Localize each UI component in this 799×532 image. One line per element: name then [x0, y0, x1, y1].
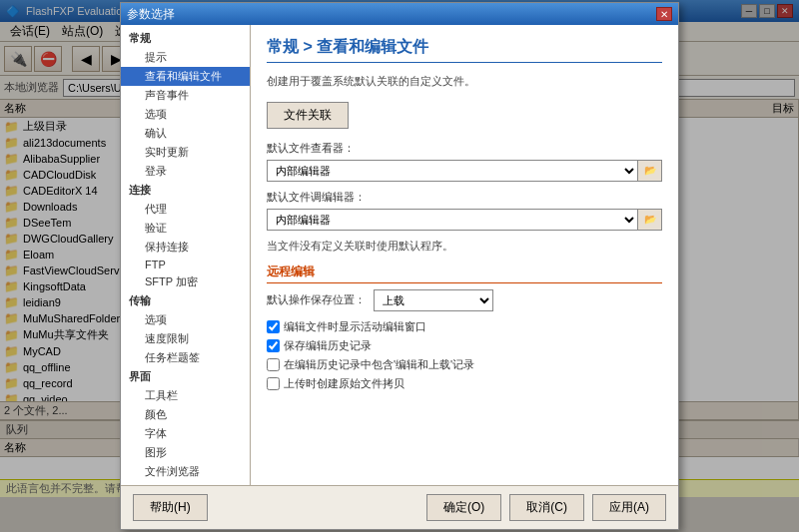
- tree-item-colors[interactable]: 颜色: [121, 405, 250, 424]
- checkbox-row-1: 编辑文件时显示活动编辑窗口: [267, 319, 662, 334]
- editor-browse-btn[interactable]: 📂: [638, 209, 662, 231]
- viewer-row: 内部编辑器 📂: [267, 160, 662, 182]
- remote-save-select[interactable]: 上载 下载 询问: [374, 289, 493, 311]
- tree-item-proxy[interactable]: 代理: [121, 200, 250, 219]
- tree-item-filebrowser[interactable]: 文件浏览器: [121, 462, 250, 481]
- tree-item-login[interactable]: 登录: [121, 162, 250, 181]
- include-upload-checkbox[interactable]: [267, 358, 280, 371]
- no-assoc-text: 当文件没有定义关联时使用默认程序。: [267, 239, 662, 254]
- show-editor-window-checkbox[interactable]: [267, 320, 280, 333]
- modal-overlay: 参数选择 ✕ 常规 提示 查看和编辑文件 声音事件 选项 确认 实时更新 登录 …: [0, 0, 799, 532]
- tree-section-general[interactable]: 常规: [121, 29, 250, 48]
- save-history-label: 保存编辑历史记录: [284, 338, 372, 353]
- tree-item-transfer-options[interactable]: 选项: [121, 310, 250, 329]
- save-history-checkbox[interactable]: [267, 339, 280, 352]
- editor-label-row: 默认文件调编辑器：: [267, 190, 662, 205]
- tree-item-sftp[interactable]: SFTP 加密: [121, 272, 250, 291]
- tree-item-speed[interactable]: 速度限制: [121, 329, 250, 348]
- tree-item-confirm[interactable]: 确认: [121, 124, 250, 143]
- viewer-label: 默认文件查看器：: [267, 142, 355, 154]
- dialog-desc: 创建用于覆盖系统默认关联的自定义文件。: [267, 73, 662, 90]
- tree-item-taskbar[interactable]: 任务栏题签: [121, 348, 250, 367]
- remote-section-title: 远程编辑: [267, 264, 662, 283]
- show-editor-window-label: 编辑文件时显示活动编辑窗口: [284, 319, 426, 334]
- file-assoc-button[interactable]: 文件关联: [267, 102, 349, 129]
- tree-section-ui[interactable]: 界面: [121, 367, 250, 386]
- dialog-content: 常规 > 查看和编辑文件 创建用于覆盖系统默认关联的自定义文件。 文件关联 默认…: [251, 25, 678, 485]
- settings-dialog: 参数选择 ✕ 常规 提示 查看和编辑文件 声音事件 选项 确认 实时更新 登录 …: [120, 2, 679, 530]
- tree-item-graphics[interactable]: 图形: [121, 443, 250, 462]
- tree-section-transfer[interactable]: 传输: [121, 291, 250, 310]
- create-backup-label: 上传时创建原始文件拷贝: [284, 376, 404, 391]
- checkbox-row-3: 在编辑历史记录中包含'编辑和上载'记录: [267, 357, 662, 372]
- dialog-heading: 常规 > 查看和编辑文件: [267, 37, 662, 63]
- cancel-button[interactable]: 取消(C): [509, 494, 584, 521]
- viewer-label-row: 默认文件查看器：: [267, 141, 662, 156]
- tree-item-options[interactable]: 选项: [121, 105, 250, 124]
- viewer-browse-btn[interactable]: 📂: [638, 160, 662, 182]
- tree-item-keepalive[interactable]: 保持连接: [121, 238, 250, 257]
- default-editor-select[interactable]: 内部编辑器: [267, 209, 638, 231]
- dialog-close-button[interactable]: ✕: [656, 7, 672, 21]
- help-button[interactable]: 帮助(H): [133, 494, 208, 521]
- create-backup-checkbox[interactable]: [267, 377, 280, 390]
- tree-item-auth[interactable]: 验证: [121, 219, 250, 238]
- tree-item-toolbar[interactable]: 工具栏: [121, 386, 250, 405]
- main-area: 名称 修改时间 属性 📁 上级目录 📁 ali213documents 📁 Al…: [0, 100, 799, 419]
- dialog-titlebar: 参数选择 ✕: [121, 3, 678, 25]
- tree-section-connect[interactable]: 连接: [121, 181, 250, 200]
- checkbox-row-4: 上传时创建原始文件拷贝: [267, 376, 662, 391]
- checkbox-row-2: 保存编辑历史记录: [267, 338, 662, 353]
- editor-row: 内部编辑器 📂: [267, 209, 662, 231]
- tree-item-fonts[interactable]: 字体: [121, 424, 250, 443]
- dialog-title: 参数选择: [127, 6, 656, 23]
- tree-item-sound[interactable]: 声音事件: [121, 86, 250, 105]
- tree-item-viewedit[interactable]: 查看和编辑文件: [121, 67, 250, 86]
- tree-item-tips[interactable]: 提示: [121, 48, 250, 67]
- default-viewer-select[interactable]: 内部编辑器: [267, 160, 638, 182]
- ok-button[interactable]: 确定(O): [426, 494, 501, 521]
- tree-item-realtime[interactable]: 实时更新: [121, 143, 250, 162]
- remote-save-label: 默认操作保存位置：: [267, 292, 366, 307]
- editor-label: 默认文件调编辑器：: [267, 191, 366, 203]
- dialog-tree: 常规 提示 查看和编辑文件 声音事件 选项 确认 实时更新 登录 连接 代理 验…: [121, 25, 251, 485]
- dialog-body: 常规 提示 查看和编辑文件 声音事件 选项 确认 实时更新 登录 连接 代理 验…: [121, 25, 678, 485]
- include-upload-label: 在编辑历史记录中包含'编辑和上载'记录: [284, 357, 474, 372]
- dialog-footer: 帮助(H) 确定(O) 取消(C) 应用(A): [121, 485, 678, 529]
- tree-item-ftp[interactable]: FTP: [121, 257, 250, 272]
- apply-button[interactable]: 应用(A): [592, 494, 666, 521]
- remote-save-row: 默认操作保存位置： 上载 下载 询问: [267, 289, 662, 311]
